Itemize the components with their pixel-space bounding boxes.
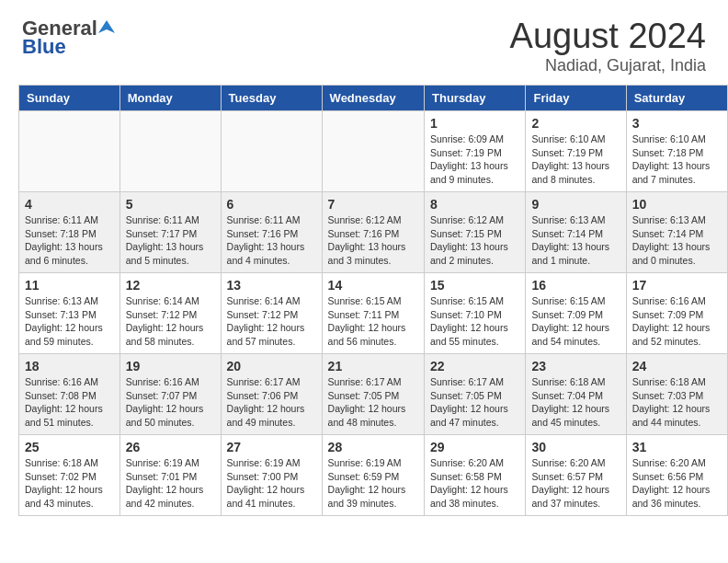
calendar-cell: 23Sunrise: 6:18 AMSunset: 7:04 PMDayligh… (526, 354, 626, 435)
calendar-cell: 31Sunrise: 6:20 AMSunset: 6:56 PMDayligh… (626, 435, 727, 516)
day-info: Sunrise: 6:20 AMSunset: 6:56 PMDaylight:… (632, 456, 722, 511)
day-number: 31 (632, 440, 722, 454)
col-sunday: Sunday (19, 86, 120, 111)
day-info: Sunrise: 6:10 AMSunset: 7:19 PMDaylight:… (531, 132, 620, 187)
calendar-cell: 4Sunrise: 6:11 AMSunset: 7:18 PMDaylight… (19, 192, 120, 273)
week-row-4: 18Sunrise: 6:16 AMSunset: 7:08 PMDayligh… (19, 354, 728, 435)
calendar-cell: 9Sunrise: 6:13 AMSunset: 7:14 PMDaylight… (526, 192, 626, 273)
week-row-5: 25Sunrise: 6:18 AMSunset: 7:02 PMDayligh… (19, 435, 728, 516)
day-number: 12 (126, 278, 215, 293)
day-number: 28 (328, 440, 418, 454)
col-friday: Friday (526, 86, 626, 111)
calendar-cell: 6Sunrise: 6:11 AMSunset: 7:16 PMDaylight… (221, 192, 322, 273)
day-info: Sunrise: 6:16 AMSunset: 7:07 PMDaylight:… (126, 375, 215, 430)
day-number: 9 (531, 197, 620, 212)
day-info: Sunrise: 6:16 AMSunset: 7:09 PMDaylight:… (632, 294, 722, 349)
day-number: 15 (430, 278, 519, 293)
day-number: 20 (227, 359, 316, 373)
day-number: 6 (227, 197, 316, 212)
day-number: 3 (632, 116, 722, 131)
calendar-cell: 29Sunrise: 6:20 AMSunset: 6:58 PMDayligh… (425, 435, 526, 516)
calendar-cell: 13Sunrise: 6:14 AMSunset: 7:12 PMDayligh… (221, 273, 322, 354)
day-info: Sunrise: 6:12 AMSunset: 7:15 PMDaylight:… (430, 213, 519, 268)
day-number: 29 (430, 440, 519, 454)
day-number: 16 (531, 278, 620, 293)
calendar-cell: 19Sunrise: 6:16 AMSunset: 7:07 PMDayligh… (119, 354, 221, 435)
location: Nadiad, Gujarat, India (510, 56, 706, 75)
calendar-cell: 17Sunrise: 6:16 AMSunset: 7:09 PMDayligh… (626, 273, 727, 354)
calendar-cell: 21Sunrise: 6:17 AMSunset: 7:05 PMDayligh… (322, 354, 424, 435)
day-number: 17 (632, 278, 722, 293)
day-info: Sunrise: 6:11 AMSunset: 7:17 PMDaylight:… (126, 213, 215, 268)
day-number: 19 (126, 359, 215, 373)
calendar-cell (119, 111, 221, 192)
calendar-cell: 12Sunrise: 6:14 AMSunset: 7:12 PMDayligh… (119, 273, 221, 354)
day-info: Sunrise: 6:15 AMSunset: 7:10 PMDaylight:… (430, 294, 519, 349)
day-number: 11 (25, 278, 114, 293)
calendar-cell: 14Sunrise: 6:15 AMSunset: 7:11 PMDayligh… (322, 273, 424, 354)
day-number: 21 (328, 359, 418, 373)
week-row-1: 1Sunrise: 6:09 AMSunset: 7:19 PMDaylight… (19, 111, 728, 192)
day-info: Sunrise: 6:17 AMSunset: 7:05 PMDaylight:… (328, 375, 418, 430)
calendar-cell: 25Sunrise: 6:18 AMSunset: 7:02 PMDayligh… (19, 435, 120, 516)
day-info: Sunrise: 6:16 AMSunset: 7:08 PMDaylight:… (25, 375, 114, 430)
day-info: Sunrise: 6:14 AMSunset: 7:12 PMDaylight:… (126, 294, 215, 349)
calendar-cell: 15Sunrise: 6:15 AMSunset: 7:10 PMDayligh… (425, 273, 526, 354)
calendar-cell: 7Sunrise: 6:12 AMSunset: 7:16 PMDaylight… (322, 192, 424, 273)
calendar-cell: 1Sunrise: 6:09 AMSunset: 7:19 PMDaylight… (425, 111, 526, 192)
day-number: 1 (430, 116, 519, 131)
calendar-cell (19, 111, 120, 192)
day-info: Sunrise: 6:15 AMSunset: 7:09 PMDaylight:… (531, 294, 620, 349)
calendar-cell: 11Sunrise: 6:13 AMSunset: 7:13 PMDayligh… (19, 273, 120, 354)
day-number: 13 (227, 278, 316, 293)
title-area: August 2024 Nadiad, Gujarat, India (510, 17, 706, 75)
calendar-cell: 30Sunrise: 6:20 AMSunset: 6:57 PMDayligh… (526, 435, 626, 516)
day-number: 26 (126, 440, 215, 454)
calendar-cell: 18Sunrise: 6:16 AMSunset: 7:08 PMDayligh… (19, 354, 120, 435)
calendar-cell: 16Sunrise: 6:15 AMSunset: 7:09 PMDayligh… (526, 273, 626, 354)
day-number: 24 (632, 359, 722, 373)
calendar-cell: 26Sunrise: 6:19 AMSunset: 7:01 PMDayligh… (119, 435, 221, 516)
day-info: Sunrise: 6:20 AMSunset: 6:57 PMDaylight:… (531, 456, 620, 511)
col-monday: Monday (119, 86, 221, 111)
calendar-cell: 8Sunrise: 6:12 AMSunset: 7:15 PMDaylight… (425, 192, 526, 273)
day-info: Sunrise: 6:18 AMSunset: 7:03 PMDaylight:… (632, 375, 722, 430)
logo: General Blue (22, 17, 115, 59)
col-tuesday: Tuesday (221, 86, 322, 111)
svg-marker-0 (98, 20, 115, 33)
calendar-cell: 28Sunrise: 6:19 AMSunset: 6:59 PMDayligh… (322, 435, 424, 516)
day-info: Sunrise: 6:13 AMSunset: 7:13 PMDaylight:… (25, 294, 114, 349)
header: General Blue August 2024 Nadiad, Gujarat… (0, 0, 728, 85)
day-info: Sunrise: 6:18 AMSunset: 7:04 PMDaylight:… (531, 375, 620, 430)
day-info: Sunrise: 6:12 AMSunset: 7:16 PMDaylight:… (328, 213, 418, 268)
day-info: Sunrise: 6:09 AMSunset: 7:19 PMDaylight:… (430, 132, 519, 187)
calendar-cell: 27Sunrise: 6:19 AMSunset: 7:00 PMDayligh… (221, 435, 322, 516)
month-year: August 2024 (510, 17, 706, 56)
day-info: Sunrise: 6:11 AMSunset: 7:18 PMDaylight:… (25, 213, 114, 268)
day-info: Sunrise: 6:13 AMSunset: 7:14 PMDaylight:… (531, 213, 620, 268)
day-number: 25 (25, 440, 114, 454)
day-info: Sunrise: 6:10 AMSunset: 7:18 PMDaylight:… (632, 132, 722, 187)
calendar-cell (322, 111, 424, 192)
day-info: Sunrise: 6:14 AMSunset: 7:12 PMDaylight:… (227, 294, 316, 349)
week-row-3: 11Sunrise: 6:13 AMSunset: 7:13 PMDayligh… (19, 273, 728, 354)
calendar-cell: 10Sunrise: 6:13 AMSunset: 7:14 PMDayligh… (626, 192, 727, 273)
logo-blue-text: Blue (22, 35, 115, 59)
day-number: 5 (126, 197, 215, 212)
day-number: 23 (531, 359, 620, 373)
calendar-table: Sunday Monday Tuesday Wednesday Thursday… (18, 85, 728, 516)
day-info: Sunrise: 6:19 AMSunset: 7:01 PMDaylight:… (126, 456, 215, 511)
col-thursday: Thursday (425, 86, 526, 111)
day-number: 14 (328, 278, 418, 293)
day-number: 18 (25, 359, 114, 373)
day-number: 10 (632, 197, 722, 212)
calendar-cell: 22Sunrise: 6:17 AMSunset: 7:05 PMDayligh… (425, 354, 526, 435)
day-info: Sunrise: 6:19 AMSunset: 7:00 PMDaylight:… (227, 456, 316, 511)
calendar-cell: 3Sunrise: 6:10 AMSunset: 7:18 PMDaylight… (626, 111, 727, 192)
calendar-cell: 2Sunrise: 6:10 AMSunset: 7:19 PMDaylight… (526, 111, 626, 192)
day-number: 22 (430, 359, 519, 373)
col-saturday: Saturday (626, 86, 727, 111)
day-number: 8 (430, 197, 519, 212)
day-info: Sunrise: 6:19 AMSunset: 6:59 PMDaylight:… (328, 456, 418, 511)
day-number: 30 (531, 440, 620, 454)
